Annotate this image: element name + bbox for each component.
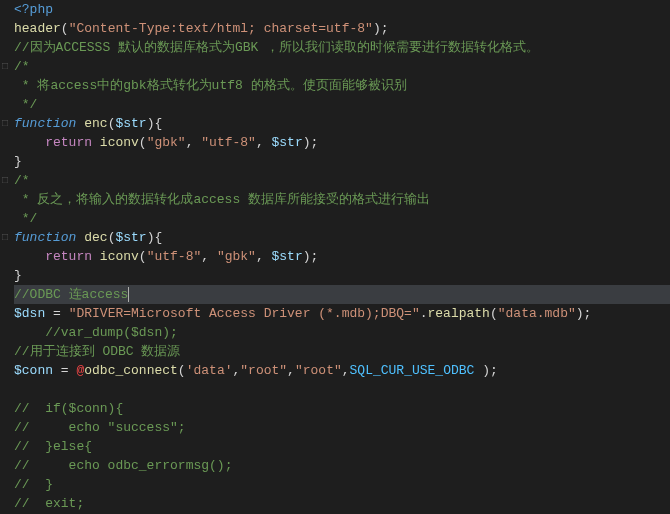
token-fn: enc <box>84 116 107 131</box>
code-line[interactable]: return iconv("utf-8", "gbk", $str); <box>14 247 670 266</box>
code-line[interactable]: } <box>14 266 670 285</box>
fold-marker[interactable]: □ <box>0 171 10 190</box>
token-var: $str <box>272 249 303 264</box>
fold-marker <box>0 95 10 114</box>
fold-gutter: □□□□ <box>0 0 10 514</box>
token-kw2: return <box>14 249 92 264</box>
token-cm: //用于连接到 ODBC 数据源 <box>14 344 180 359</box>
code-line[interactable] <box>14 380 670 399</box>
token-fn: header <box>14 21 61 36</box>
fold-marker[interactable]: □ <box>0 114 10 133</box>
fold-marker <box>0 380 10 399</box>
token-cm: // echo odbc_errormsg(); <box>14 458 232 473</box>
token-cm: */ <box>14 211 37 226</box>
token-cm: //ODBC 连access <box>14 287 128 302</box>
token-cm: //var_dump($dsn); <box>14 325 178 340</box>
code-line[interactable]: */ <box>14 209 670 228</box>
fold-marker <box>0 361 10 380</box>
fold-marker <box>0 456 10 475</box>
token-pn: , <box>256 249 272 264</box>
code-line[interactable]: //用于连接到 ODBC 数据源 <box>14 342 670 361</box>
token-cm: /* <box>14 173 30 188</box>
token-pn: ( <box>139 135 147 150</box>
token-pn: ( <box>139 249 147 264</box>
token-kw: function <box>14 230 76 245</box>
fold-marker <box>0 323 10 342</box>
fold-marker <box>0 247 10 266</box>
token-pn: ); <box>576 306 592 321</box>
token-fn: iconv <box>100 135 139 150</box>
token-pn: , <box>342 363 350 378</box>
code-line[interactable]: $conn = @odbc_connect('data',"root","roo… <box>14 361 670 380</box>
code-line[interactable]: // } <box>14 475 670 494</box>
token-pn: } <box>14 154 22 169</box>
code-line[interactable]: /* <box>14 171 670 190</box>
code-line[interactable]: $dsn = "DRIVER=Microsoft Access Driver (… <box>14 304 670 323</box>
code-line[interactable]: // if($conn){ <box>14 399 670 418</box>
token-str: 'data' <box>186 363 233 378</box>
token-pn: ){ <box>147 116 163 131</box>
code-line[interactable]: } <box>14 152 670 171</box>
token-tag: <?php <box>14 2 53 17</box>
token-op <box>92 249 100 264</box>
fold-marker <box>0 76 10 95</box>
token-cm: */ <box>14 97 37 112</box>
fold-marker <box>0 437 10 456</box>
fold-marker[interactable]: □ <box>0 228 10 247</box>
code-line[interactable]: // echo "success"; <box>14 418 670 437</box>
token-op: = <box>45 306 68 321</box>
code-line[interactable]: //var_dump($dsn); <box>14 323 670 342</box>
fold-marker <box>0 418 10 437</box>
token-pn: } <box>14 268 22 283</box>
code-line[interactable]: // exit; <box>14 494 670 513</box>
code-area[interactable]: <?phpheader("Content-Type:text/html; cha… <box>10 0 670 514</box>
token-fn: dec <box>84 230 107 245</box>
token-pn: ); <box>303 135 319 150</box>
token-op: = <box>53 363 76 378</box>
fold-marker <box>0 285 10 304</box>
code-line[interactable]: /* <box>14 57 670 76</box>
token-pn: ){ <box>147 230 163 245</box>
token-pn: ( <box>61 21 69 36</box>
token-pn: , <box>186 135 202 150</box>
fold-marker <box>0 494 10 513</box>
token-pn: , <box>256 135 272 150</box>
token-fn: iconv <box>100 249 139 264</box>
code-line[interactable]: function enc($str){ <box>14 114 670 133</box>
code-line[interactable]: //因为ACCESSS 默认的数据库格式为GBK ，所以我们读取的时候需要进行数… <box>14 38 670 57</box>
fold-marker <box>0 304 10 323</box>
code-line[interactable]: * 将access中的gbk格式转化为utf8 的格式。使页面能够被识别 <box>14 76 670 95</box>
token-str: "data.mdb" <box>498 306 576 321</box>
token-cm: /* <box>14 59 30 74</box>
fold-marker <box>0 38 10 57</box>
code-line[interactable]: * 反之，将输入的数据转化成access 数据库所能接受的格式进行输出 <box>14 190 670 209</box>
token-fn: realpath <box>428 306 490 321</box>
code-line[interactable]: */ <box>14 95 670 114</box>
token-str: "root" <box>295 363 342 378</box>
fold-marker[interactable]: □ <box>0 57 10 76</box>
code-line[interactable]: <?php <box>14 0 670 19</box>
token-kw2: return <box>14 135 92 150</box>
token-str: "gbk" <box>147 135 186 150</box>
fold-marker <box>0 209 10 228</box>
fold-marker <box>0 133 10 152</box>
token-op: . <box>420 306 428 321</box>
code-line[interactable]: return iconv("gbk", "utf-8", $str); <box>14 133 670 152</box>
token-var: $dsn <box>14 306 45 321</box>
code-line[interactable]: function dec($str){ <box>14 228 670 247</box>
fold-marker <box>0 19 10 38</box>
fold-marker <box>0 190 10 209</box>
token-cm: // exit; <box>14 496 84 511</box>
code-line[interactable]: // }else{ <box>14 437 670 456</box>
token-pn: ( <box>490 306 498 321</box>
code-line[interactable]: header("Content-Type:text/html; charset=… <box>14 19 670 38</box>
code-line[interactable]: // echo odbc_errormsg(); <box>14 456 670 475</box>
fold-marker <box>0 342 10 361</box>
token-pn: ); <box>373 21 389 36</box>
code-editor[interactable]: □□□□ <?phpheader("Content-Type:text/html… <box>0 0 670 514</box>
code-line[interactable]: //ODBC 连access <box>14 285 670 304</box>
fold-marker <box>0 475 10 494</box>
fold-marker <box>0 399 10 418</box>
token-const: SQL_CUR_USE_ODBC <box>350 363 475 378</box>
token-pn: ( <box>178 363 186 378</box>
